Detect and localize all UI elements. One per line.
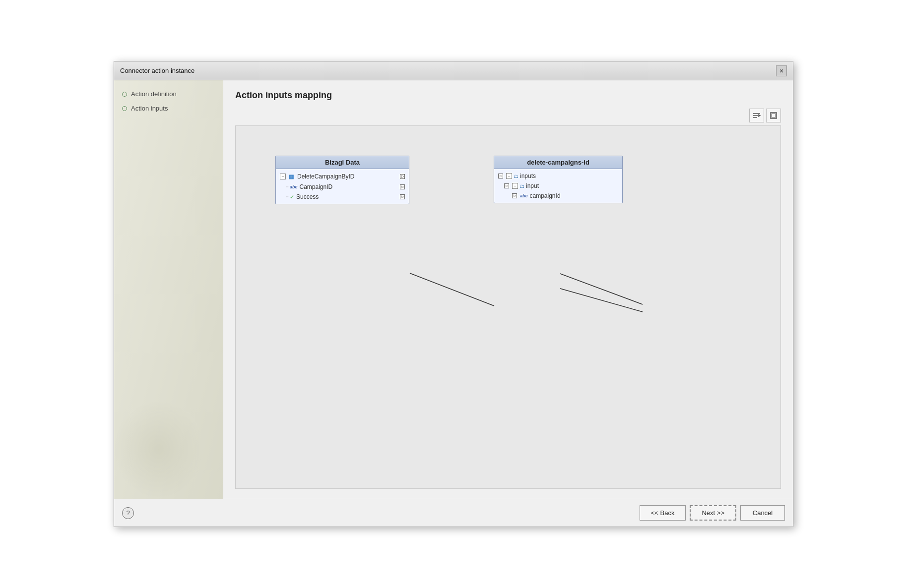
row-label: input (526, 182, 618, 189)
canvas-inner: Bizagi Data − ▦ DeleteCampaignByID ▷ (236, 126, 780, 488)
port-left: ▷ (498, 174, 503, 178)
check-icon: ✓ (290, 194, 294, 200)
left-node-header: Bizagi Data (276, 156, 409, 169)
abc-icon: abc (290, 184, 298, 189)
dashed-indent: ┄ (286, 184, 288, 189)
row-label: campaignId (530, 192, 618, 199)
port-right: ▷ (400, 194, 405, 199)
svg-rect-4 (772, 114, 776, 118)
dialog-footer: ? << Back Next >> Cancel (114, 499, 793, 527)
sidebar: Action definition Action inputs (114, 80, 223, 499)
svg-line-7 (410, 273, 494, 306)
dashed-indent: ┄ (286, 194, 288, 199)
sidebar-decoration (114, 400, 203, 499)
row-label: Success (296, 193, 397, 200)
next-button[interactable]: Next >> (690, 505, 736, 521)
back-button[interactable]: << Back (640, 505, 686, 521)
right-node: delete-campaigns-id ▷ − 🗂 inputs (494, 156, 623, 203)
fitview-icon (769, 111, 778, 120)
title-bar: Connector action instance × (114, 61, 793, 80)
expand-icon: − (280, 174, 286, 179)
fit-view-button[interactable] (766, 109, 781, 122)
main-content: Action inputs mapping (223, 80, 793, 499)
sidebar-item-label: Action definition (131, 90, 177, 98)
briefcase-icon: 🗂 (519, 183, 524, 189)
port-left: ▷ (504, 183, 509, 188)
footer-left: ? (122, 507, 134, 519)
expand-icon: − (512, 183, 518, 189)
bullet-icon (122, 106, 127, 111)
page-title: Action inputs mapping (235, 90, 781, 101)
layout-icon (752, 111, 761, 120)
table-row: ┄ ✓ Success ▷ (276, 192, 409, 202)
port-right: ▷ (400, 184, 405, 189)
toolbar-row (235, 109, 781, 122)
sidebar-item-action-inputs[interactable]: Action inputs (122, 105, 215, 112)
table-row: ▷ abc campaignId (494, 191, 622, 201)
close-button[interactable]: × (776, 65, 787, 76)
port-left: ▷ (512, 193, 517, 198)
row-label: DeleteCampaignByID (297, 173, 397, 180)
abc-icon: abc (520, 193, 528, 198)
table-row: ┄ abc CampaignID ▷ (276, 182, 409, 192)
dialog: Connector action instance × Action defin… (114, 61, 793, 527)
svg-line-5 (560, 274, 643, 304)
table-row: ▷ − 🗂 input (494, 181, 622, 191)
left-node: Bizagi Data − ▦ DeleteCampaignByID ▷ (275, 156, 409, 204)
dialog-title: Connector action instance (120, 67, 194, 74)
right-node-body: ▷ − 🗂 inputs ▷ − 🗂 input (494, 169, 622, 203)
briefcase-icon: 🗂 (514, 174, 518, 179)
dialog-body: Action definition Action inputs Action i… (114, 80, 793, 499)
sidebar-item-action-definition[interactable]: Action definition (122, 90, 215, 98)
left-node-body: − ▦ DeleteCampaignByID ▷ ┄ abc CampaignI… (276, 169, 409, 204)
sidebar-item-label: Action inputs (131, 105, 168, 112)
footer-right: << Back Next >> Cancel (640, 505, 785, 521)
help-button[interactable]: ? (122, 507, 134, 519)
port-right: ▷ (400, 174, 405, 179)
mapping-canvas[interactable]: Bizagi Data − ▦ DeleteCampaignByID ▷ (235, 125, 781, 489)
right-node-header: delete-campaigns-id (494, 156, 622, 169)
table-row: − ▦ DeleteCampaignByID ▷ (276, 171, 409, 182)
row-label: CampaignID (300, 183, 397, 190)
row-label: inputs (520, 173, 618, 179)
svg-line-6 (560, 289, 643, 312)
cancel-button[interactable]: Cancel (740, 505, 785, 521)
bullet-icon (122, 92, 127, 97)
auto-layout-button[interactable] (749, 109, 764, 122)
table-icon: ▦ (287, 173, 295, 180)
table-row: ▷ − 🗂 inputs (494, 171, 622, 181)
expand-icon: − (506, 173, 512, 179)
